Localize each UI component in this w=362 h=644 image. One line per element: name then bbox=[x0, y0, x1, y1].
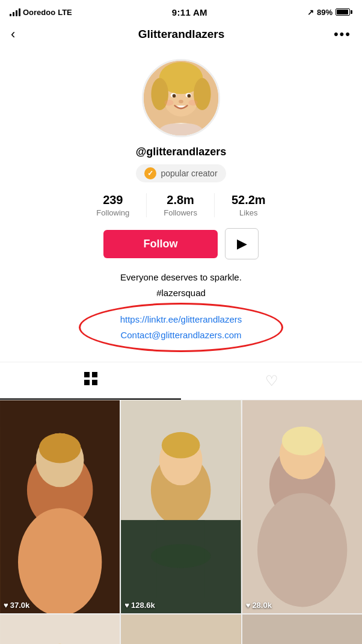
username-label: @glitterandlazers bbox=[136, 146, 227, 158]
heart-icon-2: ♥ bbox=[124, 601, 129, 610]
following-count: 239 bbox=[103, 193, 123, 207]
play-icon: ▶ bbox=[237, 236, 247, 252]
followers-label: Followers bbox=[164, 208, 197, 217]
svg-point-21 bbox=[39, 433, 81, 463]
back-button[interactable]: ‹ bbox=[11, 26, 29, 42]
following-label: Following bbox=[96, 208, 129, 217]
battery-percent: 89% bbox=[317, 8, 333, 17]
content-tabs: ♡ bbox=[0, 362, 362, 400]
svg-point-34 bbox=[257, 493, 347, 607]
svg-rect-40 bbox=[242, 615, 362, 644]
popular-creator-badge: popular creator bbox=[136, 164, 225, 182]
linktree-url[interactable]: https://linktr.ee/glitterandlazers bbox=[120, 314, 242, 324]
video-thumb-3[interactable]: ♥ 28.0k bbox=[242, 400, 362, 613]
svg-rect-35 bbox=[0, 615, 120, 644]
followers-count: 2.8m bbox=[167, 193, 194, 207]
video-likes-3: ♥ 28.0k bbox=[246, 601, 272, 610]
svg-point-22 bbox=[18, 508, 102, 613]
header: ‹ Glitterandlazers ••• bbox=[0, 22, 362, 47]
video-likes-1: ♥ 37.0k bbox=[4, 601, 29, 610]
video-grid: ♥ 37.0k ♥ 128.6k ♥ 28.0k bbox=[0, 400, 362, 644]
signal-icon bbox=[10, 8, 20, 16]
likes-count: 52.2m bbox=[232, 193, 266, 207]
verified-icon bbox=[144, 167, 156, 179]
following-stat: 239 Following bbox=[79, 193, 147, 217]
video-thumb-2[interactable]: ♥ 128.6k bbox=[121, 400, 241, 613]
contact-email[interactable]: Contact@glitterandlazers.com bbox=[120, 330, 241, 340]
stats-row: 239 Following 2.8m Followers 52.2m Likes bbox=[12, 193, 350, 217]
follow-button[interactable]: Follow bbox=[103, 230, 218, 258]
bio-hashtag: #lazersquad bbox=[120, 286, 242, 300]
svg-rect-39 bbox=[121, 615, 241, 644]
grid-icon bbox=[83, 371, 99, 390]
svg-point-27 bbox=[162, 432, 200, 459]
svg-point-6 bbox=[194, 78, 211, 110]
avatar bbox=[142, 59, 220, 137]
nav-icon: ↗ bbox=[307, 8, 314, 17]
video-likes-2: ♥ 128.6k bbox=[124, 601, 155, 610]
tab-liked[interactable]: ♡ bbox=[181, 362, 362, 400]
svg-point-13 bbox=[188, 100, 197, 106]
svg-rect-17 bbox=[92, 380, 97, 385]
bio-links: https://linktr.ee/glitterandlazers Conta… bbox=[102, 308, 260, 350]
followers-stat: 2.8m Followers bbox=[147, 193, 215, 217]
svg-point-5 bbox=[151, 78, 168, 110]
bio-line-1: Everyone deserves to sparkle. bbox=[120, 270, 242, 285]
video-thumb-5[interactable] bbox=[121, 615, 241, 644]
svg-point-12 bbox=[164, 100, 173, 106]
video-thumb-6[interactable] bbox=[242, 615, 362, 644]
video-thumb-1[interactable]: ♥ 37.0k bbox=[0, 400, 120, 613]
more-options-button[interactable]: ••• bbox=[334, 26, 351, 42]
svg-point-29 bbox=[151, 544, 211, 568]
svg-point-33 bbox=[281, 427, 322, 456]
clock: 9:11 AM bbox=[172, 7, 207, 17]
battery-icon bbox=[336, 8, 352, 16]
tab-grid[interactable] bbox=[0, 362, 181, 400]
video-button[interactable]: ▶ bbox=[225, 228, 259, 259]
status-left: Ooredoo LTE bbox=[10, 8, 72, 17]
profile-link[interactable]: https://linktr.ee/glitterandlazers bbox=[120, 312, 242, 327]
badge-text: popular creator bbox=[161, 169, 217, 178]
bio-section: Everyone deserves to sparkle. #lazersqua… bbox=[102, 270, 260, 308]
status-bar: Ooredoo LTE 9:11 AM ↗ 89% bbox=[0, 0, 362, 22]
network-label: LTE bbox=[58, 8, 72, 17]
email-line[interactable]: Contact@glitterandlazers.com bbox=[120, 328, 242, 342]
svg-point-9 bbox=[173, 94, 176, 98]
svg-point-10 bbox=[187, 94, 191, 98]
links-section: https://linktr.ee/glitterandlazers Conta… bbox=[102, 308, 260, 356]
video-thumb-4[interactable] bbox=[0, 615, 120, 644]
svg-rect-16 bbox=[84, 380, 90, 385]
page-title: Glitterandlazers bbox=[138, 28, 225, 41]
status-right: ↗ 89% bbox=[307, 8, 352, 17]
carrier-label: Ooredoo bbox=[23, 8, 55, 17]
svg-rect-14 bbox=[84, 372, 90, 377]
likes-label: Likes bbox=[239, 208, 257, 217]
action-buttons: Follow ▶ bbox=[103, 228, 259, 259]
heart-icon-1: ♥ bbox=[4, 601, 8, 610]
svg-rect-15 bbox=[92, 372, 97, 377]
likes-stat: 52.2m Likes bbox=[215, 193, 283, 217]
profile-section: @glitterandlazers popular creator 239 Fo… bbox=[0, 47, 362, 362]
heart-icon-3: ♥ bbox=[246, 601, 251, 610]
heart-icon: ♡ bbox=[265, 373, 278, 389]
svg-point-11 bbox=[179, 100, 183, 104]
